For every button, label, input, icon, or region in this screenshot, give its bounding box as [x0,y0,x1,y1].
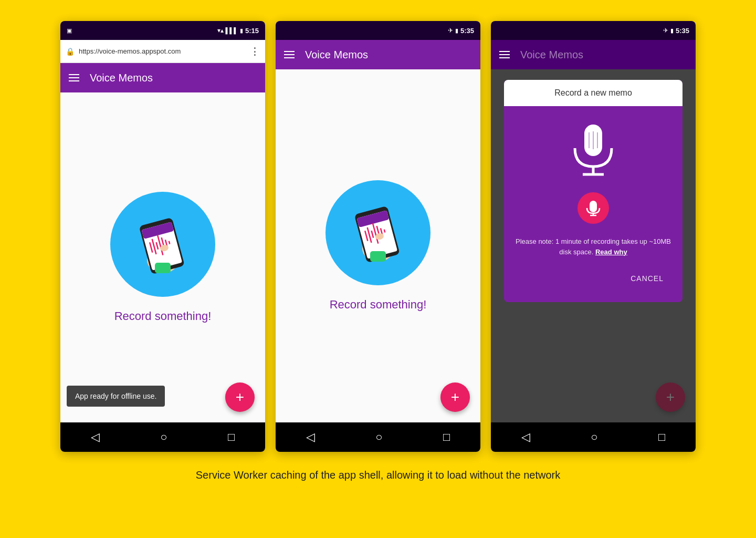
read-why-link[interactable]: Read why [595,248,627,256]
status-bar-3: ▣ ✈ ▮ 5:35 [491,21,696,40]
home-button-3[interactable]: ○ [591,430,597,444]
dialog-body: Please note: 1 minute of recording takes… [504,106,682,302]
time-1: 5:15 [245,27,259,35]
phones-container: ▣ ▾▴ ▌▌▌ ▮ 5:15 🔒 https://voice-memos.ap… [60,21,696,452]
notification-icon-1: ▣ [67,27,72,34]
page-caption: Service Worker caching of the app shell,… [196,468,560,482]
app-bar-3: Voice Memos [491,40,696,69]
hamburger-line [69,80,79,81]
hamburger-line [69,77,79,78]
dialog-header: Record a new memo [504,80,682,106]
fab-button-2[interactable]: + [440,382,470,412]
record-text-2: Record something! [330,298,427,312]
main-content-1: Record something! App ready for offline … [60,92,265,422]
phone-3: ▣ ✈ ▮ 5:35 Voice Memos Rec [491,21,696,452]
record-mic-button[interactable] [578,192,609,224]
hamburger-menu-1[interactable] [69,74,79,81]
svg-line-11 [169,241,170,244]
back-button-3[interactable]: ◁ [521,430,530,444]
home-button-1[interactable]: ○ [160,430,167,444]
hamburger-menu-2[interactable] [284,51,295,58]
phone-illustration-2 [326,180,430,285]
main-content-2: Record something! + [276,69,480,422]
mic-button-icon [586,200,601,216]
hamburger-line [499,54,510,55]
dialog-note: Please note: 1 minute of recording takes… [514,236,672,257]
dialog-cancel-area: CANCEL [514,270,672,292]
microphone-large-icon [570,122,617,180]
nav-bar-3: ◁ ○ □ [491,422,696,452]
hamburger-menu-3[interactable] [499,51,510,58]
airplane-icon-3: ✈ [663,27,668,34]
note-text: Please note: 1 minute of recording takes… [516,237,671,256]
nav-bar-1: ◁ ○ □ [60,422,265,452]
url-text: https://voice-memos.appspot.com [79,47,246,55]
battery-icon-1: ▮ [240,27,243,34]
app-bar-1: Voice Memos [60,63,265,92]
app-title-1: Voice Memos [90,72,153,84]
home-button-2[interactable]: ○ [375,430,382,444]
hamburger-line [284,54,295,55]
hamburger-line [499,51,510,52]
app-bar-2: Voice Memos [276,40,480,69]
time-3: 5:35 [676,27,689,35]
app-title-3: Voice Memos [520,49,583,61]
dialog-title: Record a new memo [554,88,632,97]
phone-2: ▣ ✈ ▮ 5:35 Voice Memos [276,21,480,452]
recents-button-1[interactable]: □ [228,430,235,444]
snackbar-text-1: App ready for offline use. [75,392,156,400]
recents-button-2[interactable]: □ [443,430,450,444]
dialog-overlay: Record a new memo [491,69,696,422]
svg-line-25 [384,230,385,233]
hamburger-line [499,57,510,58]
phone-svg-2 [344,199,412,267]
phone-svg-1 [129,210,197,278]
time-2: 5:35 [460,27,474,35]
signal-icon-1: ▌▌▌ [226,27,238,34]
hamburger-line [69,74,79,75]
snackbar-1: App ready for offline use. [67,386,165,407]
phone-1: ▣ ▾▴ ▌▌▌ ▮ 5:15 🔒 https://voice-memos.ap… [60,21,265,452]
record-text-1: Record something! [114,309,212,323]
wifi-icon-1: ▾▴ [217,27,224,34]
record-dialog: Record a new memo [504,80,682,302]
more-options-icon[interactable]: ⋮ [250,46,260,57]
hamburger-line [284,51,295,52]
svg-rect-27 [370,251,386,262]
svg-rect-34 [590,201,597,212]
back-button-2[interactable]: ◁ [306,430,315,444]
back-button-1[interactable]: ◁ [91,430,100,444]
url-bar[interactable]: 🔒 https://voice-memos.appspot.com ⋮ [60,40,265,63]
battery-icon-2: ▮ [455,27,458,34]
status-bar-1: ▣ ▾▴ ▌▌▌ ▮ 5:15 [60,21,265,40]
app-title-2: Voice Memos [305,49,368,61]
phone-illustration-1 [110,192,215,297]
status-bar-2: ▣ ✈ ▮ 5:35 [276,21,480,40]
airplane-icon-2: ✈ [448,27,453,34]
main-content-3: Record a new memo [491,69,696,422]
fab-button-1[interactable]: + [225,382,255,412]
svg-rect-13 [155,263,171,273]
battery-icon-3: ▮ [670,27,674,34]
lock-icon: 🔒 [66,47,75,56]
cancel-button[interactable]: CANCEL [631,274,664,283]
hamburger-line [284,57,295,58]
nav-bar-2: ◁ ○ □ [276,422,480,452]
recents-button-3[interactable]: □ [658,430,665,444]
